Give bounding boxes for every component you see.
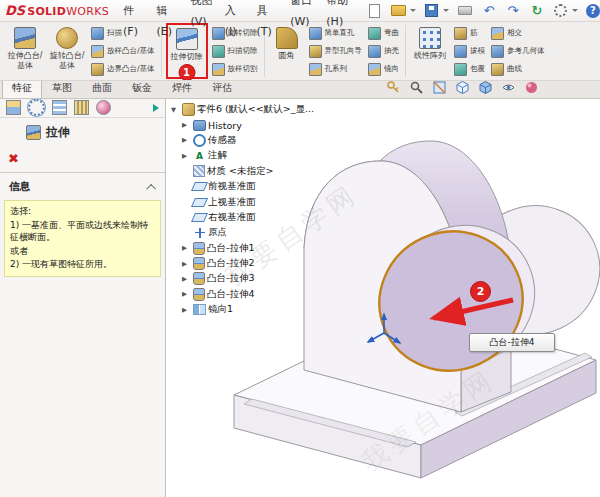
lofted-boss-button[interactable]: 放样凸台/基体 — [89, 43, 157, 59]
manager-tabs — [0, 98, 165, 118]
tree-root[interactable]: 零件6 (默认<<默认>_显... — [171, 102, 314, 117]
collapse-arrow-icon[interactable] — [171, 106, 181, 114]
message-option-2: 2) 一现有草图特征所用。 — [10, 258, 155, 271]
tree-item-label: 上视基准面 — [208, 196, 256, 209]
material-icon — [193, 165, 205, 177]
hole-series-button[interactable]: 孔系列 — [307, 61, 365, 77]
tree-item-label: 镜向1 — [208, 303, 233, 316]
expand-arrow-icon[interactable] — [182, 152, 192, 160]
help-icon[interactable] — [586, 4, 600, 18]
tree-item-material[interactable]: 材质 <未指定> — [182, 164, 314, 179]
propertymanager-tab-icon[interactable] — [28, 99, 45, 116]
redo-icon[interactable] — [505, 3, 521, 19]
tree-item-right-plane[interactable]: 右视基准面 — [182, 210, 314, 225]
revolved-boss-button[interactable]: 旋转凸台/基体 — [47, 23, 87, 79]
tree-item-boss-extrude2[interactable]: 凸台-拉伸2 — [182, 256, 314, 271]
intersect-button[interactable]: 相交 — [489, 25, 547, 41]
save-icon[interactable] — [424, 3, 440, 19]
ribbon-separator — [405, 25, 406, 77]
tree-item-top-plane[interactable]: 上视基准面 — [182, 194, 314, 209]
dropdown-caret-icon[interactable] — [410, 9, 416, 12]
menu-insert[interactable]: 插入(I) — [219, 0, 251, 42]
menu-file[interactable]: 文件(F) — [117, 0, 151, 42]
hole-wizard-button[interactable]: 异型孔向导 — [307, 43, 365, 59]
extrude-feature-icon — [26, 125, 41, 140]
tree-item-annotations[interactable]: 注解 — [182, 148, 314, 163]
search-commands-icon[interactable] — [409, 80, 424, 95]
expand-arrow-icon[interactable] — [182, 290, 192, 298]
intersect-icon — [491, 27, 504, 40]
mirror-feature-icon — [193, 304, 206, 315]
tree-item-history[interactable]: History — [182, 117, 314, 132]
dropdown-caret-icon[interactable] — [572, 9, 578, 12]
button-label: 筋 — [470, 28, 478, 38]
dimxpertmanager-tab-icon[interactable] — [74, 100, 89, 115]
button-label: 异型孔向导 — [325, 46, 363, 56]
reference-geometry-button[interactable]: 参考几何体 — [489, 43, 547, 59]
button-label: 包覆 — [470, 64, 485, 74]
featuremanager-tab-icon[interactable] — [6, 100, 21, 115]
message-or: 或者 — [10, 245, 155, 258]
rebuild-icon[interactable] — [529, 3, 545, 19]
expand-arrow-icon[interactable] — [182, 275, 192, 283]
tree-item-mirror1[interactable]: 镜向1 — [182, 302, 314, 317]
tree-item-front-plane[interactable]: 前视基准面 — [182, 179, 314, 194]
feature-tooltip: 凸台-拉伸4 — [469, 333, 555, 352]
expand-arrow-icon[interactable] — [182, 260, 192, 268]
menu-view[interactable]: 视图(V) — [184, 0, 218, 32]
rib-button[interactable]: 筋 — [452, 25, 487, 41]
flyout-arrow-icon[interactable] — [153, 104, 159, 112]
hide-show-items-icon[interactable] — [501, 80, 516, 95]
button-label: 扫描切除 — [228, 46, 258, 56]
solidworks-window: DSSOLIDWORKS 文件(F) 编辑(E) 视图(V) 插入(I) 工具(… — [0, 0, 600, 497]
configurationmanager-tab-icon[interactable] — [52, 100, 67, 115]
print-icon[interactable] — [457, 3, 473, 19]
draft-button[interactable]: 拔模 — [452, 43, 487, 59]
menu-window[interactable]: 窗口(W) — [284, 0, 320, 32]
cancel-button[interactable] — [8, 152, 19, 166]
displaymanager-tab-icon[interactable] — [96, 100, 111, 115]
display-style-icon[interactable] — [478, 80, 493, 95]
shell-small-buttons: 弯曲 抽壳 镜向 — [366, 23, 401, 79]
expand-arrow-icon[interactable] — [182, 121, 192, 129]
menu-tools[interactable]: 工具(T) — [250, 0, 284, 42]
open-icon[interactable] — [391, 3, 407, 19]
linear-pattern-button[interactable]: 线性阵列 — [410, 23, 450, 79]
graphics-area[interactable]: 我要自学网 我要自学网 — [166, 98, 600, 497]
new-document-icon[interactable] — [367, 3, 383, 19]
lofted-cut-icon — [212, 63, 225, 76]
tree-item-origin[interactable]: 原点 — [182, 225, 314, 240]
curves-button[interactable]: 曲线 — [489, 61, 547, 77]
undo-icon[interactable] — [481, 3, 497, 19]
section-view-icon[interactable] — [432, 80, 447, 95]
flex-button[interactable]: 弯曲 — [366, 25, 401, 41]
expand-arrow-icon[interactable] — [182, 244, 192, 252]
tree-item-sensors[interactable]: 传感器 — [182, 133, 314, 148]
key-icon[interactable] — [386, 80, 401, 95]
edit-appearance-icon[interactable] — [524, 80, 539, 95]
tree-item-label: 前视基准面 — [208, 180, 256, 193]
wrap-icon — [454, 63, 467, 76]
extruded-boss-icon — [14, 27, 36, 49]
lofted-cut-button[interactable]: 放样切割 — [210, 61, 260, 77]
view-orientation-icon[interactable] — [455, 80, 470, 95]
boss-extrude-icon — [193, 257, 205, 270]
options-gear-icon[interactable] — [553, 3, 569, 19]
expand-arrow-icon[interactable] — [182, 136, 192, 144]
plane-icon — [191, 213, 208, 222]
extruded-boss-button[interactable]: 拉伸凸台/基体 — [5, 23, 45, 79]
swept-cut-button[interactable]: 扫描切除 — [210, 43, 260, 59]
tree-item-boss-extrude1[interactable]: 凸台-拉伸1 — [182, 241, 314, 256]
mirror-button[interactable]: 镜向 — [366, 61, 401, 77]
shell-button[interactable]: 抽壳 — [366, 43, 401, 59]
info-section-header[interactable]: 信息 — [0, 173, 165, 197]
expand-arrow-icon[interactable] — [182, 306, 192, 314]
menu-edit[interactable]: 编辑(E) — [151, 0, 185, 42]
tree-item-boss-extrude3[interactable]: 凸台-拉伸3 — [182, 271, 314, 286]
tree-item-boss-extrude4[interactable]: 凸台-拉伸4 — [182, 287, 314, 302]
menu-help[interactable]: 帮助(H) — [320, 0, 355, 32]
boundary-boss-button[interactable]: 边界凸台/基体 — [89, 61, 157, 77]
collapse-chevron-icon[interactable] — [146, 183, 156, 193]
wrap-button[interactable]: 包覆 — [452, 61, 487, 77]
dropdown-caret-icon[interactable] — [443, 9, 449, 12]
